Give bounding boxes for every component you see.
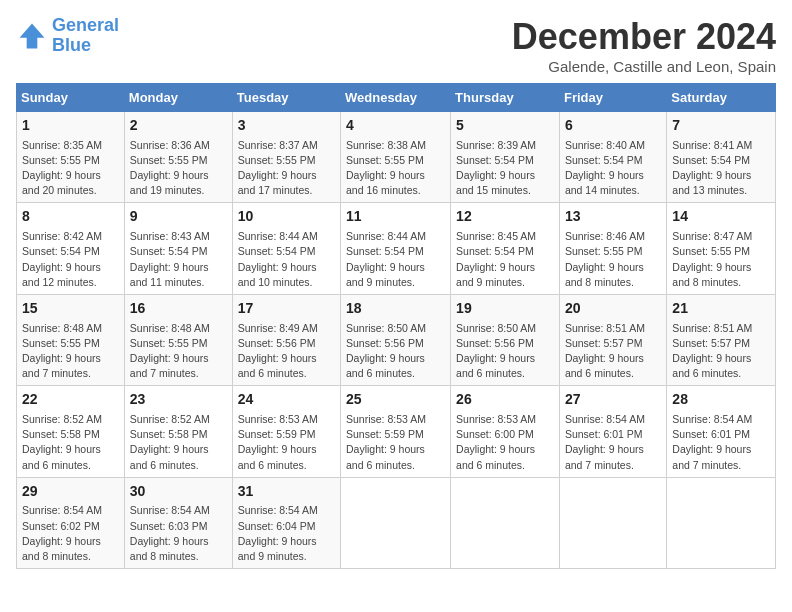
calendar-cell: 1Sunrise: 8:35 AMSunset: 5:55 PMDaylight… — [17, 112, 125, 203]
calendar-cell: 25Sunrise: 8:53 AMSunset: 5:59 PMDayligh… — [341, 386, 451, 477]
day-info: Sunrise: 8:54 AMSunset: 6:01 PMDaylight:… — [565, 412, 661, 473]
day-info: Sunrise: 8:35 AMSunset: 5:55 PMDaylight:… — [22, 138, 119, 199]
day-number: 12 — [456, 207, 554, 227]
logo-icon — [16, 20, 48, 52]
day-info: Sunrise: 8:48 AMSunset: 5:55 PMDaylight:… — [22, 321, 119, 382]
day-number: 30 — [130, 482, 227, 502]
header-wednesday: Wednesday — [341, 84, 451, 112]
calendar-header-row: SundayMondayTuesdayWednesdayThursdayFrid… — [17, 84, 776, 112]
calendar-cell: 10Sunrise: 8:44 AMSunset: 5:54 PMDayligh… — [232, 203, 340, 294]
calendar-week-row: 29Sunrise: 8:54 AMSunset: 6:02 PMDayligh… — [17, 477, 776, 568]
day-info: Sunrise: 8:41 AMSunset: 5:54 PMDaylight:… — [672, 138, 770, 199]
day-number: 23 — [130, 390, 227, 410]
calendar-cell: 4Sunrise: 8:38 AMSunset: 5:55 PMDaylight… — [341, 112, 451, 203]
day-info: Sunrise: 8:52 AMSunset: 5:58 PMDaylight:… — [22, 412, 119, 473]
header-sunday: Sunday — [17, 84, 125, 112]
day-info: Sunrise: 8:48 AMSunset: 5:55 PMDaylight:… — [130, 321, 227, 382]
calendar-cell: 28Sunrise: 8:54 AMSunset: 6:01 PMDayligh… — [667, 386, 776, 477]
day-info: Sunrise: 8:51 AMSunset: 5:57 PMDaylight:… — [565, 321, 661, 382]
calendar-cell: 31Sunrise: 8:54 AMSunset: 6:04 PMDayligh… — [232, 477, 340, 568]
day-number: 20 — [565, 299, 661, 319]
calendar-cell: 24Sunrise: 8:53 AMSunset: 5:59 PMDayligh… — [232, 386, 340, 477]
calendar-cell: 2Sunrise: 8:36 AMSunset: 5:55 PMDaylight… — [124, 112, 232, 203]
calendar-cell: 3Sunrise: 8:37 AMSunset: 5:55 PMDaylight… — [232, 112, 340, 203]
calendar-cell: 22Sunrise: 8:52 AMSunset: 5:58 PMDayligh… — [17, 386, 125, 477]
day-number: 24 — [238, 390, 335, 410]
header: General Blue December 2024 Galende, Cast… — [16, 16, 776, 75]
calendar-cell: 29Sunrise: 8:54 AMSunset: 6:02 PMDayligh… — [17, 477, 125, 568]
day-info: Sunrise: 8:37 AMSunset: 5:55 PMDaylight:… — [238, 138, 335, 199]
calendar-cell: 20Sunrise: 8:51 AMSunset: 5:57 PMDayligh… — [559, 294, 666, 385]
header-monday: Monday — [124, 84, 232, 112]
calendar-cell: 19Sunrise: 8:50 AMSunset: 5:56 PMDayligh… — [451, 294, 560, 385]
logo: General Blue — [16, 16, 119, 56]
calendar-cell: 15Sunrise: 8:48 AMSunset: 5:55 PMDayligh… — [17, 294, 125, 385]
day-info: Sunrise: 8:43 AMSunset: 5:54 PMDaylight:… — [130, 229, 227, 290]
day-number: 28 — [672, 390, 770, 410]
day-number: 10 — [238, 207, 335, 227]
day-number: 7 — [672, 116, 770, 136]
day-number: 26 — [456, 390, 554, 410]
day-info: Sunrise: 8:49 AMSunset: 5:56 PMDaylight:… — [238, 321, 335, 382]
day-number: 19 — [456, 299, 554, 319]
header-saturday: Saturday — [667, 84, 776, 112]
day-number: 5 — [456, 116, 554, 136]
logo-line2: Blue — [52, 35, 91, 55]
day-info: Sunrise: 8:46 AMSunset: 5:55 PMDaylight:… — [565, 229, 661, 290]
day-info: Sunrise: 8:51 AMSunset: 5:57 PMDaylight:… — [672, 321, 770, 382]
day-number: 22 — [22, 390, 119, 410]
calendar-week-row: 15Sunrise: 8:48 AMSunset: 5:55 PMDayligh… — [17, 294, 776, 385]
calendar-cell: 26Sunrise: 8:53 AMSunset: 6:00 PMDayligh… — [451, 386, 560, 477]
day-info: Sunrise: 8:36 AMSunset: 5:55 PMDaylight:… — [130, 138, 227, 199]
day-number: 31 — [238, 482, 335, 502]
calendar-cell: 6Sunrise: 8:40 AMSunset: 5:54 PMDaylight… — [559, 112, 666, 203]
calendar-table: SundayMondayTuesdayWednesdayThursdayFrid… — [16, 83, 776, 569]
day-info: Sunrise: 8:44 AMSunset: 5:54 PMDaylight:… — [346, 229, 445, 290]
logo-text: General Blue — [52, 16, 119, 56]
day-info: Sunrise: 8:52 AMSunset: 5:58 PMDaylight:… — [130, 412, 227, 473]
day-number: 17 — [238, 299, 335, 319]
day-info: Sunrise: 8:39 AMSunset: 5:54 PMDaylight:… — [456, 138, 554, 199]
calendar-week-row: 22Sunrise: 8:52 AMSunset: 5:58 PMDayligh… — [17, 386, 776, 477]
day-info: Sunrise: 8:50 AMSunset: 5:56 PMDaylight:… — [346, 321, 445, 382]
calendar-cell: 13Sunrise: 8:46 AMSunset: 5:55 PMDayligh… — [559, 203, 666, 294]
svg-marker-0 — [20, 23, 45, 48]
calendar-week-row: 1Sunrise: 8:35 AMSunset: 5:55 PMDaylight… — [17, 112, 776, 203]
calendar-cell — [559, 477, 666, 568]
calendar-cell: 9Sunrise: 8:43 AMSunset: 5:54 PMDaylight… — [124, 203, 232, 294]
calendar-cell: 7Sunrise: 8:41 AMSunset: 5:54 PMDaylight… — [667, 112, 776, 203]
day-number: 18 — [346, 299, 445, 319]
day-number: 3 — [238, 116, 335, 136]
day-number: 25 — [346, 390, 445, 410]
calendar-cell: 18Sunrise: 8:50 AMSunset: 5:56 PMDayligh… — [341, 294, 451, 385]
day-info: Sunrise: 8:54 AMSunset: 6:02 PMDaylight:… — [22, 503, 119, 564]
calendar-cell: 11Sunrise: 8:44 AMSunset: 5:54 PMDayligh… — [341, 203, 451, 294]
header-thursday: Thursday — [451, 84, 560, 112]
day-info: Sunrise: 8:45 AMSunset: 5:54 PMDaylight:… — [456, 229, 554, 290]
day-number: 21 — [672, 299, 770, 319]
day-info: Sunrise: 8:50 AMSunset: 5:56 PMDaylight:… — [456, 321, 554, 382]
day-info: Sunrise: 8:53 AMSunset: 5:59 PMDaylight:… — [346, 412, 445, 473]
calendar-cell — [451, 477, 560, 568]
logo-line1: General — [52, 15, 119, 35]
day-number: 9 — [130, 207, 227, 227]
calendar-cell: 8Sunrise: 8:42 AMSunset: 5:54 PMDaylight… — [17, 203, 125, 294]
day-number: 14 — [672, 207, 770, 227]
day-info: Sunrise: 8:53 AMSunset: 6:00 PMDaylight:… — [456, 412, 554, 473]
day-number: 1 — [22, 116, 119, 136]
calendar-cell: 16Sunrise: 8:48 AMSunset: 5:55 PMDayligh… — [124, 294, 232, 385]
header-friday: Friday — [559, 84, 666, 112]
calendar-cell: 30Sunrise: 8:54 AMSunset: 6:03 PMDayligh… — [124, 477, 232, 568]
calendar-cell: 12Sunrise: 8:45 AMSunset: 5:54 PMDayligh… — [451, 203, 560, 294]
title-area: December 2024 Galende, Castille and Leon… — [512, 16, 776, 75]
day-number: 8 — [22, 207, 119, 227]
day-number: 4 — [346, 116, 445, 136]
day-info: Sunrise: 8:47 AMSunset: 5:55 PMDaylight:… — [672, 229, 770, 290]
month-title: December 2024 — [512, 16, 776, 58]
day-number: 15 — [22, 299, 119, 319]
calendar-cell: 23Sunrise: 8:52 AMSunset: 5:58 PMDayligh… — [124, 386, 232, 477]
day-number: 11 — [346, 207, 445, 227]
day-info: Sunrise: 8:40 AMSunset: 5:54 PMDaylight:… — [565, 138, 661, 199]
header-tuesday: Tuesday — [232, 84, 340, 112]
calendar-cell: 14Sunrise: 8:47 AMSunset: 5:55 PMDayligh… — [667, 203, 776, 294]
